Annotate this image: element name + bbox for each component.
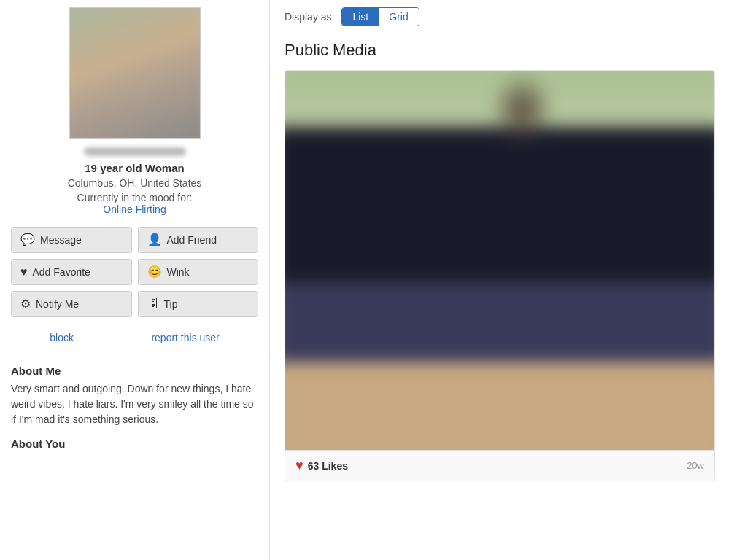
tip-label: Tip: [164, 298, 178, 310]
add-favorite-icon: ♥: [20, 266, 28, 278]
mood-value[interactable]: Online Flirting: [11, 203, 258, 215]
notify-me-button[interactable]: ⚙ Notify Me: [11, 291, 132, 317]
message-icon: 💬: [20, 234, 35, 246]
figure-shape: [285, 71, 714, 450]
about-me-title: About Me: [11, 365, 258, 377]
profile-photo-image: [69, 7, 201, 139]
report-link[interactable]: report this user: [151, 332, 219, 343]
heart-icon[interactable]: ♥: [295, 458, 303, 473]
section-title: Public Media: [285, 41, 732, 60]
likes-area: ♥ 63 Likes: [295, 458, 348, 473]
wink-button[interactable]: 😊 Wink: [138, 259, 259, 285]
add-favorite-label: Add Favorite: [33, 266, 90, 278]
wink-icon: 😊: [147, 266, 162, 278]
add-friend-label: Add Friend: [167, 234, 217, 246]
about-you-title: About You: [11, 438, 258, 450]
about-me-text: Very smart and outgoing. Down for new th…: [11, 381, 258, 427]
tip-icon: 🗄: [147, 298, 159, 310]
tip-button[interactable]: 🗄 Tip: [138, 291, 259, 317]
notify-me-label: Notify Me: [36, 298, 79, 310]
profile-photo: [69, 7, 201, 139]
media-card: ♥ 63 Likes 20w: [285, 70, 715, 481]
media-footer: ♥ 63 Likes 20w: [285, 450, 714, 481]
likes-count: 63 Likes: [308, 460, 348, 472]
media-image-wrapper: [285, 71, 714, 450]
about-me-section: About Me Very smart and outgoing. Down f…: [11, 365, 258, 427]
time-ago: 20w: [686, 460, 704, 471]
notify-me-icon: ⚙: [20, 298, 31, 310]
display-as-label: Display as:: [285, 11, 334, 23]
display-as-bar: Display as: List Grid: [285, 7, 732, 26]
add-friend-icon: 👤: [147, 234, 162, 246]
profile-photo-container: [11, 7, 258, 139]
user-links: block report this user: [11, 324, 258, 354]
username-blurred: [84, 147, 186, 156]
add-friend-button[interactable]: 👤 Add Friend: [138, 227, 259, 253]
action-buttons: 💬 Message 👤 Add Friend ♥ Add Favorite 😊 …: [11, 227, 258, 317]
sidebar: 19 year old Woman Columbus, OH, United S…: [0, 0, 270, 560]
message-label: Message: [40, 234, 82, 246]
add-favorite-button[interactable]: ♥ Add Favorite: [11, 259, 132, 285]
grid-view-button[interactable]: Grid: [379, 8, 418, 26]
list-view-button[interactable]: List: [342, 8, 379, 26]
message-button[interactable]: 💬 Message: [11, 227, 132, 253]
wink-label: Wink: [167, 266, 190, 278]
age-gender: 19 year old Woman: [11, 162, 258, 174]
media-image: [285, 71, 714, 450]
about-you-section: About You: [11, 438, 258, 450]
location: Columbus, OH, United States: [11, 177, 258, 189]
display-toggle: List Grid: [341, 7, 419, 26]
main-content: Display as: List Grid Public Media ♥ 63 …: [270, 0, 747, 560]
block-link[interactable]: block: [50, 332, 74, 343]
mood-label: Currently in the mood for:: [11, 192, 258, 203]
